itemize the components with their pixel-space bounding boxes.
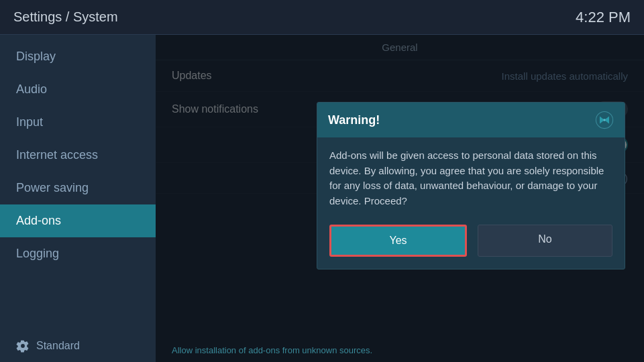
dialog-header: Warning! <box>317 103 625 137</box>
clock: 4:22 PM <box>576 9 631 26</box>
footer-note: Allow installation of add-ons from unkno… <box>156 339 644 362</box>
main-content: General Updates Install updates automati… <box>156 35 644 362</box>
sidebar-item-internet-access[interactable]: Internet access <box>0 139 156 172</box>
sidebar-item-input[interactable]: Input <box>0 106 156 139</box>
kodi-logo-icon <box>595 111 614 129</box>
sidebar-item-power-saving[interactable]: Power saving <box>0 172 156 204</box>
sidebar-nav: Display Audio Input Internet access Powe… <box>0 40 156 330</box>
standard-label: Standard <box>36 340 80 352</box>
sidebar: Display Audio Input Internet access Powe… <box>0 35 156 362</box>
dialog-body: Add-ons will be given access to personal… <box>317 137 625 219</box>
warning-dialog: Warning! Add-ons will be given access to… <box>317 102 625 269</box>
yes-button[interactable]: Yes <box>329 225 467 257</box>
sidebar-item-audio[interactable]: Audio <box>0 73 156 106</box>
sidebar-item-logging[interactable]: Logging <box>0 237 156 270</box>
no-button[interactable]: No <box>478 225 612 257</box>
gear-icon <box>16 339 30 353</box>
dialog-overlay: Warning! Add-ons will be given access to… <box>156 35 644 362</box>
page-title: Settings / System <box>13 9 118 25</box>
sidebar-item-display[interactable]: Display <box>0 40 156 73</box>
sidebar-item-addons[interactable]: Add-ons <box>0 204 156 237</box>
main-layout: Display Audio Input Internet access Powe… <box>0 35 644 362</box>
header: Settings / System 4:22 PM <box>0 0 644 35</box>
dialog-buttons: Yes No <box>317 219 625 269</box>
dialog-title: Warning! <box>328 113 380 127</box>
sidebar-footer: Standard <box>0 330 156 362</box>
